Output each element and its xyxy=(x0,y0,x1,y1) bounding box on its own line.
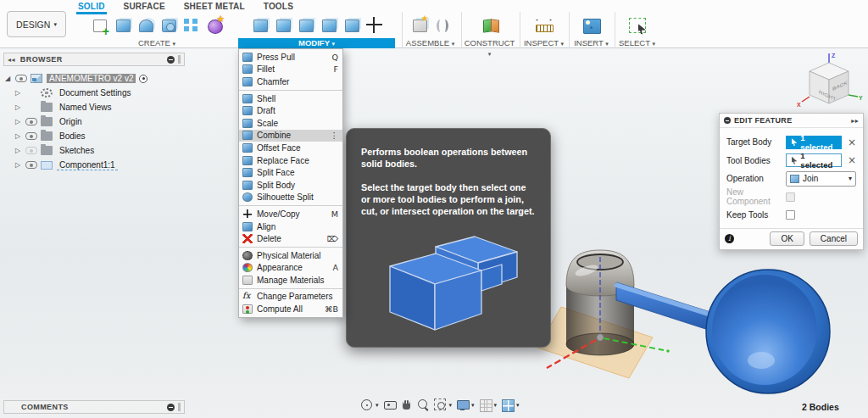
display-settings-icon[interactable] xyxy=(455,398,470,412)
toolbar-group-label-insert[interactable]: INSERT ▾ xyxy=(570,38,613,48)
visibility-eye-icon[interactable] xyxy=(25,118,37,125)
form-icon[interactable] xyxy=(203,14,225,36)
menu-item-split-face[interactable]: Split Face xyxy=(239,166,342,179)
active-component-radio[interactable] xyxy=(139,75,147,83)
browser-header[interactable]: ◂◂ BROWSER xyxy=(3,53,185,66)
revolve-icon[interactable] xyxy=(134,14,157,36)
menu-item-manage-materials[interactable]: Manage Materials xyxy=(239,274,342,287)
toolbar-group-label-modify[interactable]: MODIFY ▾ xyxy=(238,38,395,48)
orbit-icon[interactable] xyxy=(359,398,374,412)
browser-item-document-settings[interactable]: ▷Document Settings xyxy=(14,86,185,100)
menu-item-split-body[interactable]: Split Body xyxy=(239,179,342,192)
toolbar-group-label-inspect[interactable]: INSPECT ▾ xyxy=(520,38,567,48)
pan-icon[interactable] xyxy=(399,398,414,412)
dialog-options-icon[interactable] xyxy=(724,117,731,124)
panel-options-icon[interactable] xyxy=(167,56,175,64)
clear-selection-icon[interactable]: × xyxy=(848,138,856,147)
menu-item-silhouette-split[interactable]: Silhouette Split xyxy=(239,192,342,204)
checkbox[interactable] xyxy=(786,210,795,220)
comments-header[interactable]: COMMENTS xyxy=(3,400,185,414)
cancel-button[interactable]: Cancel xyxy=(810,231,858,246)
extrude-icon[interactable] xyxy=(111,14,134,36)
panel-handle[interactable] xyxy=(178,55,181,64)
chevron-down-icon[interactable]: ▾ xyxy=(516,402,520,409)
look-at-icon[interactable] xyxy=(382,398,397,412)
menu-item-combine[interactable]: Combine⋮ xyxy=(239,130,342,142)
browser-item-sketches[interactable]: ▷Sketches xyxy=(14,143,185,158)
visibility-eye-icon[interactable] xyxy=(25,132,37,140)
menu-item-delete[interactable]: Delete⌦ xyxy=(239,232,342,245)
new-component-icon[interactable] xyxy=(408,14,431,36)
visibility-eye-icon[interactable] xyxy=(25,161,37,169)
menu-item-change-parameters[interactable]: Change Parameters xyxy=(239,291,342,304)
info-icon[interactable]: i xyxy=(725,234,734,243)
browser-item-named-views[interactable]: ▷Named Views xyxy=(14,100,185,114)
toolbar-group-label-construct[interactable]: CONSTRUCT ▾ xyxy=(462,38,517,48)
browser-item-label: Named Views xyxy=(57,103,114,112)
design-menu-button[interactable]: DESIGN ▾ xyxy=(7,11,66,37)
chevron-down-icon[interactable]: ▾ xyxy=(471,402,475,409)
menu-item-scale[interactable]: Scale xyxy=(239,117,342,130)
menu-item-fillet[interactable]: FilletF xyxy=(239,64,342,76)
selection-chip[interactable]: 1 selected xyxy=(786,153,842,167)
expander-icon[interactable]: ▷ xyxy=(14,132,22,140)
browser-item-origin[interactable]: ▷Origin xyxy=(14,114,185,129)
menu-item-draft[interactable]: Draft xyxy=(239,104,342,117)
toolbar-group-label-create[interactable]: CREATE ▾ xyxy=(76,38,237,48)
select-window-icon[interactable] xyxy=(626,14,648,36)
expander-icon[interactable]: ▷ xyxy=(14,118,22,125)
menu-item-replace-face[interactable]: Replace Face xyxy=(239,154,342,167)
pattern-icon[interactable] xyxy=(180,14,203,36)
browser-item-anemometro-v2-v2[interactable]: ◢ANEMOMETRO v2 v2 xyxy=(3,71,185,86)
expand-dialog-icon[interactable]: ▸▸ xyxy=(851,117,859,125)
shell-icon[interactable] xyxy=(294,14,317,36)
menu-item-offset-face[interactable]: Offset Face xyxy=(239,142,342,154)
visibility-eye-icon[interactable] xyxy=(15,75,27,82)
menu-item-physical-material[interactable]: Physical Material xyxy=(239,249,342,262)
toolbar-group-label-assemble[interactable]: ASSEMBLE ▾ xyxy=(403,38,458,48)
joint-icon[interactable] xyxy=(431,14,453,36)
expander-icon[interactable]: ▷ xyxy=(14,147,22,154)
menu-item-press-pull[interactable]: Press PullQ xyxy=(239,51,342,64)
browser-item-component1-1[interactable]: ▷Component1:1 xyxy=(14,158,185,172)
menu-item-move-copy[interactable]: Move/CopyM xyxy=(239,208,342,220)
expander-icon[interactable]: ▷ xyxy=(14,103,22,111)
expander-icon[interactable]: ◢ xyxy=(3,75,12,82)
expander-icon[interactable]: ▷ xyxy=(14,161,22,169)
visibility-eye-icon[interactable] xyxy=(25,147,37,154)
chevron-down-icon[interactable]: ▾ xyxy=(494,402,498,409)
collapse-left-icon[interactable]: ◂◂ xyxy=(8,56,15,64)
clear-selection-icon[interactable]: × xyxy=(848,156,856,164)
operation-select[interactable]: Join▾ xyxy=(786,171,856,187)
combine-icon[interactable] xyxy=(317,14,340,36)
menu-item-shell[interactable]: Shell xyxy=(239,92,342,105)
press-pull-icon[interactable] xyxy=(248,14,271,36)
selection-chip[interactable]: 1 selected xyxy=(786,136,842,149)
toolbar-group-label-select[interactable]: SELECT ▾ xyxy=(615,38,659,48)
zoom-icon[interactable] xyxy=(416,398,431,412)
ok-button[interactable]: OK xyxy=(770,231,804,246)
menu-item-appearance[interactable]: AppearanceA xyxy=(239,262,342,275)
construct-plane-icon[interactable] xyxy=(478,14,501,36)
panel-handle[interactable] xyxy=(178,403,181,411)
fillet-icon[interactable] xyxy=(271,14,294,36)
move-icon[interactable] xyxy=(363,14,386,36)
measure-icon[interactable] xyxy=(532,14,555,36)
chevron-down-icon[interactable]: ▾ xyxy=(376,402,379,409)
panel-options-icon[interactable] xyxy=(167,404,175,411)
offset-face-icon[interactable] xyxy=(340,14,363,36)
zoom-window-icon[interactable] xyxy=(433,398,448,412)
menu-item-align[interactable]: Align xyxy=(239,220,342,233)
grid-settings-icon[interactable] xyxy=(478,398,492,412)
viewcube[interactable]: Z Y X RIGHT BACK xyxy=(795,51,865,114)
insert-image-icon[interactable] xyxy=(580,14,603,36)
edit-feature-header[interactable]: EDIT FEATURE ▸▸ xyxy=(720,114,863,128)
create-sketch-icon[interactable] xyxy=(88,14,111,36)
hole-icon[interactable] xyxy=(157,14,180,36)
menu-item-compute-all[interactable]: Compute All⌘B xyxy=(239,303,342,315)
viewports-icon[interactable] xyxy=(500,398,515,412)
chevron-down-icon[interactable]: ▾ xyxy=(449,402,453,409)
browser-item-bodies[interactable]: ▷Bodies xyxy=(14,129,185,143)
menu-item-chamfer[interactable]: Chamfer xyxy=(239,75,342,88)
expander-icon[interactable]: ▷ xyxy=(14,89,22,97)
